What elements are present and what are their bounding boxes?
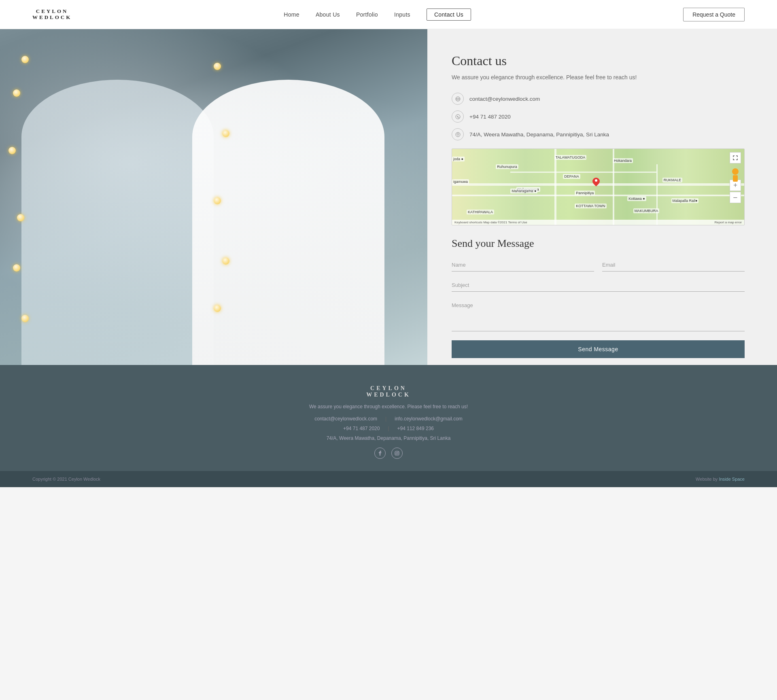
footer-phone1: +94 71 487 2020 [343, 426, 380, 431]
footer-logo-top: CEYLON [370, 385, 407, 392]
footer-email2: info.ceylonwedlock@gmail.com [395, 416, 463, 422]
map-label: TALAWATUGODA [554, 155, 587, 160]
bulb-decoration [222, 130, 229, 137]
credit-text: Website by Inside Space [696, 477, 745, 482]
map-label: igamuwa [452, 179, 469, 184]
map-label: Ruhunupura [496, 164, 518, 169]
svg-rect-5 [395, 451, 399, 455]
footer-logo: CEYLON WEDLOCK [8, 385, 769, 398]
phone-icon [452, 110, 464, 123]
map-footer-right: Report a map error [714, 221, 742, 224]
bulb-decoration [21, 56, 29, 63]
svg-rect-1 [456, 98, 459, 100]
logo-top: CEYLON [36, 8, 68, 14]
footer-phones: +94 71 487 2020 | +94 112 849 236 [8, 426, 769, 431]
map-label: Kottawa ● [627, 196, 646, 201]
address-text: 74/A, Weera Mawatha, Depanama, Pannipiti… [469, 132, 609, 138]
nav-home[interactable]: Home [284, 11, 299, 18]
map-label: Malapalla Rail● [671, 198, 699, 203]
map-pin[interactable] [592, 178, 600, 187]
bulb-decoration [214, 197, 221, 204]
copyright-text: Copyright © 2021 Ceylon Wedlock [32, 477, 100, 482]
email-icon [452, 93, 464, 105]
footer-sep2: | [388, 426, 389, 431]
email-field [602, 259, 745, 272]
map-label: Hokandara [613, 158, 633, 163]
map-label: KOTTAWA TOWN [575, 204, 606, 208]
location-icon [452, 128, 464, 140]
name-field [452, 259, 594, 272]
credit-label: Website by [696, 477, 718, 482]
svg-point-2 [456, 115, 460, 119]
form-name-email-row [452, 259, 745, 272]
contact-phone-item: +94 71 487 2020 [452, 110, 745, 123]
nav: Home About Us Portfolio Inputs Contact U… [284, 8, 471, 21]
footer-tagline: We assure you elegance through excellenc… [8, 404, 769, 409]
phone-text: +94 71 487 2020 [469, 114, 511, 120]
footer-contacts: contact@ceylonwedlock.com | info.ceylonw… [8, 416, 769, 422]
map-label: Pannipitiya [575, 191, 595, 195]
bulb-decoration [13, 89, 20, 97]
map-label: RUKMALE [662, 178, 683, 182]
map-footer: Keyboard shortcuts Map data ©2021 Terms … [452, 220, 744, 225]
bulb-decoration [8, 147, 16, 154]
map-label: MAKUMBURA [633, 208, 660, 213]
map-label: DEPANA [563, 174, 580, 179]
bulb-decoration [13, 264, 20, 272]
map-label: joda ● [452, 157, 465, 161]
map-background: Hokandara Ruhunupura TALAWATUGODA DEPANA… [452, 149, 744, 225]
bride-figure-right [192, 80, 384, 365]
subject-row [452, 279, 745, 292]
name-input[interactable] [452, 259, 594, 272]
facebook-icon[interactable] [374, 448, 386, 459]
map-road [452, 195, 744, 196]
contact-email-item: contact@ceylonwedlock.com [452, 93, 745, 105]
nav-contact[interactable]: Contact Us [427, 8, 471, 21]
nav-about[interactable]: About Us [316, 11, 340, 18]
send-message-title: Send your Message [452, 238, 745, 250]
instagram-icon[interactable] [391, 448, 403, 459]
pegman-icon[interactable] [730, 168, 741, 183]
email-text: contact@ceylonwedlock.com [469, 96, 540, 102]
map-fullscreen-button[interactable] [730, 152, 741, 163]
svg-point-6 [396, 452, 398, 454]
request-quote-button[interactable]: Request a Quote [683, 8, 745, 21]
footer-logo-bottom: WEDLOCK [366, 392, 411, 398]
inside-space-link[interactable]: Inside Space [719, 477, 745, 482]
svg-point-4 [457, 134, 458, 134]
email-input[interactable] [602, 259, 745, 272]
map-label: Maharagama ● [510, 189, 537, 193]
bulb-decoration [17, 214, 24, 221]
send-message-button[interactable]: Send Message [452, 340, 745, 358]
map-zoom-out-button[interactable]: − [730, 192, 741, 203]
contact-content: Contact us We assure you elegance throug… [427, 29, 777, 365]
contact-title: Contact us [452, 53, 745, 68]
footer-bottom: Copyright © 2021 Ceylon Wedlock Website … [0, 471, 777, 487]
hero-section: Contact us We assure you elegance throug… [0, 29, 777, 365]
bulb-decoration [214, 305, 221, 312]
map-container[interactable]: Hokandara Ruhunupura TALAWATUGODA DEPANA… [452, 148, 745, 225]
map-footer-left: Keyboard shortcuts Map data ©2021 Terms … [454, 221, 527, 224]
nav-portfolio[interactable]: Portfolio [356, 11, 378, 18]
contact-address-item: 74/A, Weera Mawatha, Depanama, Pannipiti… [452, 128, 745, 140]
map-road [554, 149, 556, 225]
logo[interactable]: CEYLON WEDLOCK [32, 8, 72, 20]
footer-address: 74/A, Weera Mawatha, Depanama, Pannipiti… [8, 435, 769, 441]
map-label: KATHIPAWALA [467, 210, 494, 214]
nav-inputs[interactable]: Inputs [394, 11, 410, 18]
hero-image [0, 29, 427, 365]
footer: CEYLON WEDLOCK We assure you elegance th… [0, 365, 777, 471]
bulb-decoration [21, 315, 29, 322]
bride-figure-left [21, 80, 214, 365]
logo-bottom: WEDLOCK [32, 15, 72, 20]
message-textarea[interactable] [452, 299, 745, 331]
svg-point-7 [398, 452, 398, 452]
subject-input[interactable] [452, 279, 745, 292]
footer-phone2: +94 112 849 236 [397, 426, 434, 431]
bulb-decoration [214, 63, 221, 70]
map-road [510, 172, 656, 173]
map-road [656, 164, 658, 225]
contact-subtitle: We assure you elegance through excellenc… [452, 74, 745, 81]
footer-email1: contact@ceylonwedlock.com [314, 416, 377, 422]
footer-social [8, 448, 769, 459]
